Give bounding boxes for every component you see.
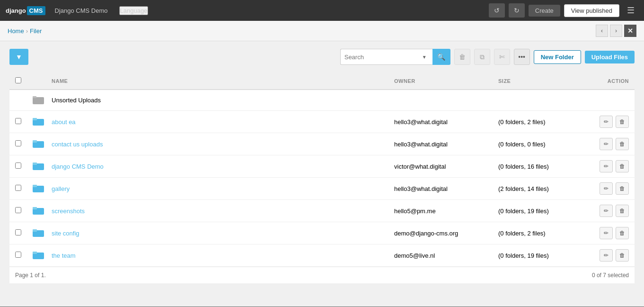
header-name-col: NAME xyxy=(46,72,388,90)
delete-row-button[interactable]: 🗑 xyxy=(616,138,629,150)
upload-files-button[interactable]: Upload Files xyxy=(585,51,635,63)
row-name-cell[interactable]: django CMS Demo xyxy=(46,155,388,178)
row-size-cell: (0 folders, 2 files) xyxy=(493,111,587,133)
row-checkbox-cell[interactable] xyxy=(9,178,27,200)
table-row: contact us uploads hello3@what.digital (… xyxy=(9,133,635,155)
search-button[interactable]: 🔍 xyxy=(432,49,450,65)
row-checkbox-cell xyxy=(9,90,27,111)
folder-link[interactable]: gallery xyxy=(52,185,70,192)
row-checkbox[interactable] xyxy=(15,207,21,213)
folder-link[interactable]: about ea xyxy=(52,118,76,126)
more-actions-button[interactable]: ••• xyxy=(514,49,530,65)
header-icon-col xyxy=(27,72,46,90)
row-owner-cell: hello3@what.digital xyxy=(388,178,493,200)
search-input[interactable] xyxy=(344,54,420,61)
row-name-cell[interactable]: gallery xyxy=(46,178,388,200)
row-checkbox[interactable] xyxy=(15,252,21,258)
folder-blue-icon xyxy=(33,139,44,148)
edit-button[interactable]: ✏ xyxy=(600,138,613,150)
folder-gray-icon xyxy=(33,95,44,104)
row-owner-cell: hello5@pm.me xyxy=(388,200,493,222)
row-name-cell[interactable]: site config xyxy=(46,222,388,244)
site-name: Django CMS Demo xyxy=(55,7,108,14)
row-action-cell: ✏ 🗑 xyxy=(587,155,635,178)
delete-row-button[interactable]: 🗑 xyxy=(616,116,629,128)
folder-link[interactable]: contact us uploads xyxy=(52,141,103,148)
search-dropdown-icon[interactable]: ▼ xyxy=(420,54,429,60)
delete-button[interactable]: 🗑 xyxy=(454,49,470,65)
django-logo: djangoCMS xyxy=(6,6,45,15)
row-checkbox-cell[interactable] xyxy=(9,222,27,244)
row-checkbox-cell[interactable] xyxy=(9,244,27,267)
header-owner-col: OWNER xyxy=(388,72,493,90)
row-size-cell: (0 folders, 0 files) xyxy=(493,133,587,155)
row-name-cell[interactable]: contact us uploads xyxy=(46,133,388,155)
row-owner-cell: hello3@what.digital xyxy=(388,111,493,133)
cut-button[interactable]: ✄ xyxy=(494,49,510,65)
folder-dropdown-button[interactable]: ▼ xyxy=(9,49,28,65)
hamburger-button[interactable]: ☰ xyxy=(623,3,638,18)
row-action-cell: ✏ 🗑 xyxy=(587,111,635,133)
row-size-cell: (2 folders, 14 files) xyxy=(493,178,587,200)
row-checkbox-cell[interactable] xyxy=(9,133,27,155)
delete-row-button[interactable]: 🗑 xyxy=(616,160,629,172)
main-container: ▼ ▼ 🔍 🗑 ⧉ ✄ ••• New Folder Upload Files … xyxy=(0,41,644,307)
row-checkbox[interactable] xyxy=(15,140,21,146)
row-owner-cell: demo5@live.nl xyxy=(388,244,493,267)
row-checkbox[interactable] xyxy=(15,185,21,191)
row-checkbox-cell[interactable] xyxy=(9,200,27,222)
edit-button[interactable]: ✏ xyxy=(600,182,613,195)
row-icon-cell xyxy=(27,155,46,178)
folder-link[interactable]: site config xyxy=(52,230,79,237)
table-row: about ea hello3@what.digital (0 folders,… xyxy=(9,111,635,133)
row-checkbox-cell[interactable] xyxy=(9,155,27,178)
row-action-cell: ✏ 🗑 xyxy=(587,222,635,244)
redo-button[interactable]: ↻ xyxy=(509,3,525,18)
folder-blue-icon xyxy=(33,206,44,215)
row-action-cell: ✏ 🗑 xyxy=(587,200,635,222)
row-checkbox[interactable] xyxy=(15,163,21,169)
selected-info: 0 of 7 selected xyxy=(592,272,629,279)
svg-rect-14 xyxy=(33,229,37,232)
nav-back-button[interactable]: ‹ xyxy=(596,25,608,37)
top-bar: djangoCMS Django CMS Demo Language ↺ ↻ C… xyxy=(0,0,644,21)
folder-link[interactable]: django CMS Demo xyxy=(52,163,104,170)
row-owner-cell: hello3@what.digital xyxy=(388,133,493,155)
folder-link[interactable]: the team xyxy=(52,252,76,259)
row-size-cell: (0 folders, 19 files) xyxy=(493,244,587,267)
breadcrumb-current: Filer xyxy=(30,27,42,35)
delete-row-button[interactable]: 🗑 xyxy=(616,249,629,262)
row-checkbox[interactable] xyxy=(15,118,21,124)
table-row: Unsorted Uploads xyxy=(9,90,635,111)
edit-button[interactable]: ✏ xyxy=(600,116,613,128)
language-button[interactable]: Language xyxy=(119,6,149,15)
edit-button[interactable]: ✏ xyxy=(600,205,613,217)
create-button[interactable]: Create xyxy=(529,5,560,17)
breadcrumb-home[interactable]: Home xyxy=(8,27,24,35)
new-folder-button[interactable]: New Folder xyxy=(534,50,581,64)
copy-button[interactable]: ⧉ xyxy=(474,49,490,65)
edit-button[interactable]: ✏ xyxy=(600,249,613,262)
select-all-checkbox[interactable] xyxy=(15,77,21,83)
undo-button[interactable]: ↺ xyxy=(489,3,505,18)
folder-link[interactable]: screenshots xyxy=(52,208,85,215)
toolbar: ▼ ▼ 🔍 🗑 ⧉ ✄ ••• New Folder Upload Files xyxy=(9,49,635,65)
row-name-cell[interactable]: about ea xyxy=(46,111,388,133)
delete-row-button[interactable]: 🗑 xyxy=(616,205,629,217)
nav-forward-button[interactable]: › xyxy=(610,25,622,37)
folder-blue-icon xyxy=(33,250,44,260)
row-name-cell[interactable]: the team xyxy=(46,244,388,267)
delete-row-button[interactable]: 🗑 xyxy=(616,182,629,195)
row-size-cell xyxy=(493,90,587,111)
edit-button[interactable]: ✏ xyxy=(600,160,613,172)
row-checkbox-cell[interactable] xyxy=(9,111,27,133)
edit-button[interactable]: ✏ xyxy=(600,227,613,239)
row-action-cell: ✏ 🗑 xyxy=(587,244,635,267)
header-action-col: ACTION xyxy=(587,72,635,90)
row-name-cell[interactable]: screenshots xyxy=(46,200,388,222)
row-checkbox[interactable] xyxy=(15,229,21,235)
close-button[interactable]: ✕ xyxy=(624,25,636,37)
view-published-button[interactable]: View published xyxy=(564,4,619,17)
delete-row-button[interactable]: 🗑 xyxy=(616,227,629,239)
svg-rect-10 xyxy=(33,185,37,187)
